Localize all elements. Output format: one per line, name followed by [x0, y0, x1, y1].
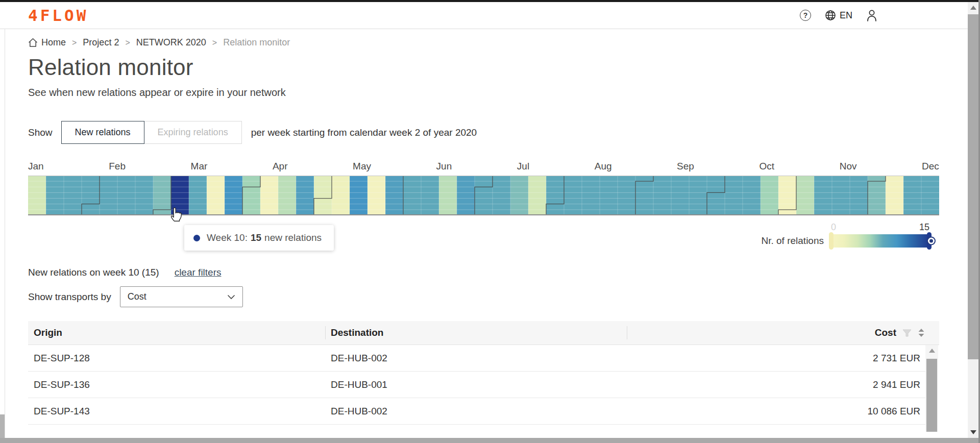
new-relations-button[interactable]: New relations [61, 121, 144, 144]
week-cell: Week 5: 8 new relations [82, 176, 100, 215]
language-label: EN [840, 10, 852, 21]
table-row[interactable]: DE-SUP-136 DE-HUB-001 2 941 EUR [28, 372, 925, 398]
week-cell: Week 2: 4 new relations [28, 176, 46, 215]
legend-min-label: 0 [831, 222, 836, 232]
page-scrollbar[interactable] [968, 2, 978, 438]
week-cell: Week 51: 8 new relations [903, 176, 922, 215]
legend-title: Nr. of relations [762, 235, 824, 247]
month-label-apr: Apr [273, 161, 288, 172]
user-icon[interactable] [866, 9, 878, 22]
help-icon[interactable]: ? [800, 10, 811, 21]
table-header-row: Origin Destination Cost [28, 321, 939, 345]
table-header-destination[interactable]: Destination [325, 321, 627, 344]
breadcrumb: Home > Project 2 > NETWORK 2020 > Relati… [28, 37, 939, 48]
week-cell: Week 8: 8 new relations [135, 176, 154, 215]
4flow-logo[interactable]: 4FLOW [28, 6, 88, 24]
page-scrollbar-thumb[interactable] [968, 14, 978, 359]
week-cell: Week 6: 8 new relations [100, 176, 118, 215]
breadcrumb-network[interactable]: NETWORK 2020 [136, 37, 206, 48]
week-cell: Week 37: 8 new relations [653, 176, 672, 215]
page-title: Relation monitor [28, 55, 939, 80]
week-cell: Week 20: 10 new relations [350, 176, 368, 215]
page-scroll-down-arrow[interactable] [968, 428, 978, 437]
transport-controls: Show transports by Cost [28, 286, 939, 307]
week-cell: Week 52: 8 new relations [921, 176, 939, 215]
legend-range-slider[interactable] [831, 234, 929, 248]
week-cell: Week 28: 8 new relations [493, 176, 511, 215]
heatmap-tooltip: Week 10: 15 new relations [184, 225, 334, 251]
cell-origin: DE-SUP-136 [28, 379, 325, 390]
week-cell: Week 16: 5 new relations [278, 176, 297, 215]
week-cell: Week 19: 2 new relations [332, 176, 350, 215]
week-cell: Week 7: 8 new relations [117, 176, 136, 215]
transport-label: Show transports by [28, 291, 111, 303]
window-top-border [0, 0, 980, 2]
month-label-sep: Sep [677, 161, 694, 172]
legend-max-knob[interactable] [927, 237, 936, 245]
sort-icon[interactable] [918, 328, 925, 337]
language-switcher[interactable]: EN [824, 9, 852, 21]
table-body: DE-SUP-128 DE-HUB-002 2 731 EUR DE-SUP-1… [28, 345, 925, 425]
expiring-relations-button[interactable]: Expiring relations [144, 121, 242, 144]
table-header-cost[interactable]: Cost [627, 321, 939, 344]
week-cell: Week 40: 8 new relations [707, 176, 725, 215]
month-label-may: May [353, 161, 371, 172]
table-scroll-up-arrow[interactable] [925, 347, 938, 355]
panel-left-divider [5, 29, 5, 438]
week-cell: Week 4: 8 new relations [64, 176, 82, 215]
week-cell: Week 15: 1 new relations [260, 176, 279, 215]
month-label-oct: Oct [760, 161, 775, 172]
breadcrumb-separator: > [212, 38, 217, 47]
month-label-jul: Jul [517, 161, 529, 172]
tooltip-week-label: Week 10: [207, 232, 248, 243]
table-row[interactable]: DE-SUP-143 DE-HUB-002 10 086 EUR [28, 398, 925, 425]
week-cell: Week 26: 9 new relations [457, 176, 475, 215]
week-cell: Week 34: 8 new relations [600, 176, 618, 215]
filter-funnel-icon[interactable] [902, 329, 912, 337]
week-cell: Week 21: 1 new relations [368, 176, 386, 215]
week-cell: Week 48: 8 new relations [850, 176, 868, 215]
breadcrumb-project[interactable]: Project 2 [83, 37, 119, 48]
cell-destination: DE-HUB-002 [325, 406, 627, 417]
week-cell: Week 47: 8 new relations [832, 176, 850, 215]
transport-select-value: Cost [128, 291, 146, 302]
week-cell: Week 42: 8 new relations [743, 176, 761, 215]
week-cell: Week 33: 8 new relations [582, 176, 600, 215]
top-bar: 4FLOW ? EN [0, 2, 980, 29]
breadcrumb-current: Relation monitor [223, 37, 290, 48]
week-cell: Week 22: 9 new relations [385, 176, 404, 215]
breadcrumb-separator: > [72, 38, 77, 47]
week-cell: Week 46: 8 new relations [814, 176, 832, 215]
week-cell: Week 30: 4 new relations [528, 176, 547, 215]
heatmap-month-axis: JanFebMarAprMayJunJulAugSepOctNovDec [28, 161, 939, 172]
cell-origin: DE-SUP-143 [28, 406, 325, 417]
table-header-origin[interactable]: Origin [28, 321, 325, 344]
week-cell: Week 14: 6 new relations [242, 176, 261, 215]
legend-min-handle[interactable] [829, 232, 834, 250]
relations-heatmap[interactable]: Week 2: 4 new relationsWeek 3: 8 new rel… [28, 176, 939, 215]
window-left-edge [0, 414, 5, 438]
week-cell: Week 39: 8 new relations [689, 176, 707, 215]
week-cell: Week 45: 5 new relations [796, 176, 815, 215]
show-label: Show [28, 127, 53, 138]
month-label-nov: Nov [840, 161, 857, 172]
week-cell: Week 38: 8 new relations [671, 176, 690, 215]
week-cell: Week 35: 8 new relations [618, 176, 636, 215]
month-label-jun: Jun [436, 161, 452, 172]
legend-gradient [831, 234, 929, 248]
legend-max-handle[interactable] [927, 232, 932, 250]
legend-max-label: 15 [919, 222, 929, 232]
transport-select[interactable]: Cost [120, 286, 243, 307]
breadcrumb-home[interactable]: Home [28, 37, 66, 48]
page-scroll-up-arrow[interactable] [968, 3, 978, 12]
month-label-dec: Dec [922, 161, 939, 172]
week-cell: Week 10: 15 new relations [171, 176, 189, 215]
home-icon [28, 38, 38, 47]
table-scrollbar-thumb[interactable] [926, 359, 937, 432]
clear-filters-link[interactable]: clear filters [175, 267, 222, 278]
show-controls: Show New relations Expiring relations pe… [28, 121, 939, 144]
table-row[interactable]: DE-SUP-128 DE-HUB-002 2 731 EUR [28, 345, 925, 372]
week-cell: Week 41: 8 new relations [725, 176, 743, 215]
tooltip-value: 15 [251, 232, 261, 243]
table-scrollbar[interactable] [925, 345, 938, 432]
